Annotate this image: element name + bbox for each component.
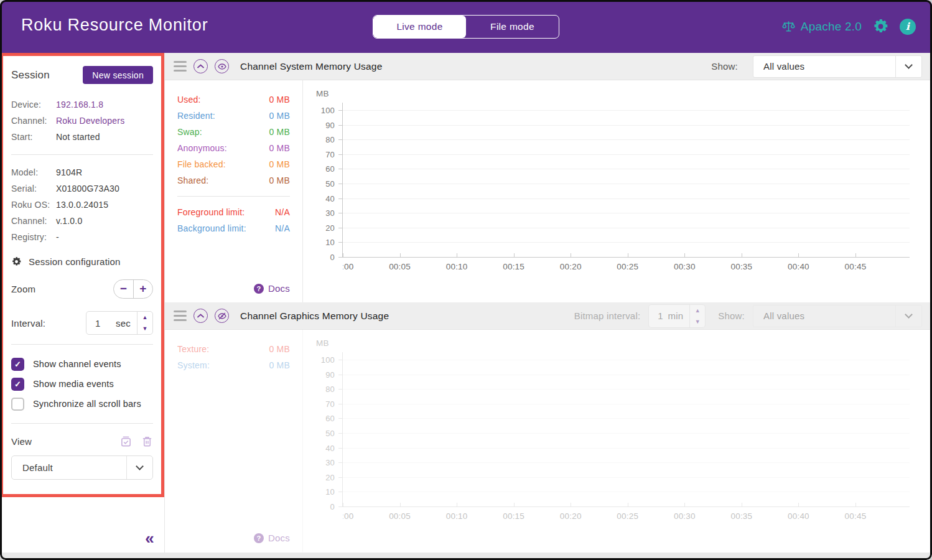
view-select[interactable]: Default bbox=[11, 455, 153, 480]
collapse-sidebar-icon[interactable]: « bbox=[145, 530, 154, 546]
y-tick-mark bbox=[338, 228, 343, 228]
panel-header: Channel System Memory Usage Show: All va… bbox=[165, 53, 932, 80]
stat-label: Background limit: bbox=[177, 223, 246, 233]
visibility-eye-icon[interactable] bbox=[215, 59, 229, 73]
x-tick-label: 00:20 bbox=[560, 511, 582, 521]
scales-icon bbox=[781, 19, 796, 34]
x-tick-label: 00:15 bbox=[503, 511, 524, 521]
checkbox-row[interactable]: ✓Show media events bbox=[11, 374, 153, 394]
y-tick-mark bbox=[338, 154, 343, 155]
stat-row: Used:0 MB bbox=[177, 91, 290, 108]
stats-list: Texture:0 MBSystem:0 MB bbox=[177, 341, 290, 373]
show-selected-value: All values bbox=[753, 61, 895, 72]
panel-header: Channel Graphics Memory Usage Bitmap int… bbox=[165, 302, 932, 330]
y-tick-label: 80 bbox=[325, 135, 335, 144]
zoom-out-button[interactable]: − bbox=[114, 280, 134, 298]
visibility-eye-slash-icon[interactable] bbox=[215, 309, 229, 323]
y-tick-label: 70 bbox=[325, 149, 335, 159]
collapse-panel-icon[interactable] bbox=[193, 309, 208, 323]
stat-row: Shared:0 MB bbox=[177, 172, 290, 189]
show-selected-value: All values bbox=[753, 310, 895, 321]
y-tick-mark bbox=[338, 169, 343, 169]
zoom-label: Zoom bbox=[11, 284, 35, 294]
docs-label: Docs bbox=[268, 533, 290, 543]
stat-value: 0 MB bbox=[269, 175, 290, 185]
view-selected-value: Default bbox=[12, 462, 126, 473]
plot-area: 1009080706050403020100 00:0000:0500:1000… bbox=[342, 103, 910, 258]
checkbox-row[interactable]: ✓Show channel events bbox=[11, 354, 153, 374]
y-tick-label: 20 bbox=[325, 223, 335, 232]
y-tick-mark bbox=[338, 375, 343, 375]
help-question-icon: ? bbox=[254, 284, 264, 294]
x-tick-label: 00:30 bbox=[674, 262, 696, 271]
y-tick-mark bbox=[338, 492, 343, 492]
x-tick-label: 00:25 bbox=[617, 511, 638, 521]
show-label: Show: bbox=[711, 61, 738, 72]
x-tick-label: 00:15 bbox=[503, 262, 524, 271]
memory-stats-column: Used:0 MBResident:0 MBSwap:0 MBAnonymous… bbox=[165, 80, 303, 302]
y-tick-mark bbox=[338, 418, 343, 419]
drag-handle-icon[interactable] bbox=[174, 310, 187, 321]
info-value: - bbox=[56, 232, 59, 242]
bitmap-interval-value[interactable]: 1 bbox=[649, 305, 668, 327]
interval-decrement-icon[interactable]: ▼ bbox=[137, 323, 152, 334]
info-value-link[interactable]: 192.168.1.8 bbox=[56, 100, 103, 110]
docs-link[interactable]: ? Docs bbox=[254, 283, 290, 294]
show-values-select-disabled[interactable]: All values bbox=[753, 305, 922, 327]
checkbox-unchecked-icon[interactable] bbox=[11, 398, 24, 411]
license-link[interactable]: Apache 2.0 bbox=[781, 19, 862, 34]
zoom-in-button[interactable]: + bbox=[134, 280, 153, 298]
interval-increment-icon[interactable]: ▲ bbox=[137, 312, 152, 323]
checkbox-label: Show channel events bbox=[33, 359, 121, 369]
info-value-link[interactable]: Roku Developers bbox=[56, 116, 124, 126]
y-tick-mark bbox=[338, 125, 343, 126]
y-axis-unit-label: MB bbox=[316, 338, 329, 348]
chevron-down-icon bbox=[895, 306, 921, 327]
bitmap-interval-unit: min bbox=[668, 305, 690, 327]
docs-link[interactable]: ? Docs bbox=[254, 533, 290, 543]
stat-label: Swap: bbox=[177, 127, 202, 137]
save-view-icon[interactable] bbox=[120, 436, 132, 447]
system-memory-chart: MB 1009080706050403020100 00:0000:0500:1… bbox=[303, 80, 932, 302]
x-tick-label: 00:20 bbox=[560, 262, 582, 271]
app-window: Roku Resource Monitor Live mode File mod… bbox=[0, 0, 932, 560]
stats-list: Used:0 MBResident:0 MBSwap:0 MBAnonymous… bbox=[177, 91, 290, 189]
file-mode-button[interactable]: File mode bbox=[466, 16, 559, 38]
collapse-panel-icon[interactable] bbox=[193, 59, 208, 73]
view-label: View bbox=[11, 436, 120, 447]
session-panel-highlighted: Session New session Device:192.168.1.8Ch… bbox=[0, 53, 164, 497]
x-tick-label: 00:45 bbox=[845, 511, 867, 521]
y-tick-label: 100 bbox=[321, 106, 335, 115]
session-sidebar: Session New session Device:192.168.1.8Ch… bbox=[0, 53, 164, 553]
info-row: Device:192.168.1.8 bbox=[11, 96, 153, 113]
stat-row: Foreground limit:N/A bbox=[177, 204, 290, 220]
interval-spinner: 1 sec ▲ ▼ bbox=[86, 311, 153, 335]
bitmap-decrement-icon[interactable]: ▼ bbox=[690, 316, 705, 327]
settings-gear-icon[interactable] bbox=[872, 18, 889, 35]
interval-value[interactable]: 1 bbox=[86, 312, 116, 334]
stat-value: 0 MB bbox=[269, 159, 290, 169]
x-tick-label: 00:10 bbox=[446, 262, 468, 271]
bitmap-increment-icon[interactable]: ▲ bbox=[690, 305, 705, 316]
delete-view-icon[interactable] bbox=[141, 436, 153, 447]
drag-handle-icon[interactable] bbox=[174, 61, 187, 72]
y-tick-mark bbox=[338, 477, 343, 478]
session-configuration-heading: Session configuration bbox=[11, 256, 153, 267]
checkbox-checked-icon[interactable]: ✓ bbox=[11, 358, 24, 371]
stat-label: Foreground limit: bbox=[177, 207, 245, 217]
live-mode-button[interactable]: Live mode bbox=[373, 16, 466, 38]
checkbox-checked-icon[interactable]: ✓ bbox=[11, 378, 24, 391]
show-values-select[interactable]: All values bbox=[753, 55, 922, 78]
stat-value: 0 MB bbox=[269, 111, 290, 121]
info-icon[interactable]: i bbox=[900, 19, 916, 35]
x-tick-label: 00:40 bbox=[788, 511, 809, 521]
docs-label: Docs bbox=[268, 283, 290, 294]
info-row: Model:9104R bbox=[11, 164, 153, 180]
stat-value: N/A bbox=[275, 207, 290, 217]
info-label: Device: bbox=[11, 100, 56, 110]
y-tick-label: 40 bbox=[325, 194, 335, 203]
new-session-button[interactable]: New session bbox=[83, 66, 153, 84]
stat-value: N/A bbox=[275, 223, 290, 233]
y-tick-label: 50 bbox=[325, 429, 335, 438]
checkbox-row[interactable]: Synchronize all scroll bars bbox=[11, 394, 153, 414]
